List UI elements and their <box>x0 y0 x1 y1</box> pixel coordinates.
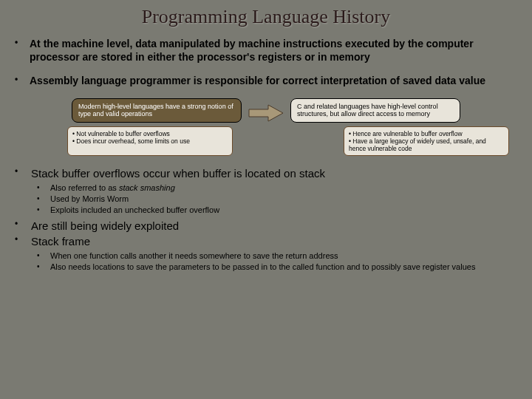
sub-list: • When one function calls another it nee… <box>15 250 517 273</box>
bullet-dot: • <box>15 234 31 249</box>
bullet-text: At the machine level, data manipulated b… <box>30 37 517 64</box>
bullet-dot: • <box>15 219 31 233</box>
sub-item: • Exploits included an unchecked buffer … <box>37 205 517 215</box>
sub-text: When one function calls another it needs… <box>50 250 338 261</box>
bullet-dot: • <box>37 262 50 272</box>
sub-point: Hence are vulnerable to buffer overflow <box>352 130 462 137</box>
sub-box-row: • Not vulnerable to buffer overflows • D… <box>15 126 517 157</box>
sub-box-left: • Not vulnerable to buffer overflows • D… <box>67 126 233 157</box>
bullet-text: Stack frame <box>31 234 90 249</box>
bullet-dot: • <box>15 166 31 181</box>
sub-text: Used by Morris Worm <box>50 194 129 204</box>
sub-text: Also needs locations to save the paramet… <box>50 262 475 272</box>
diagram-row: Modern high-level languages have a stron… <box>15 98 517 123</box>
sub-point: Have a large legacy of widely used, unsa… <box>349 137 486 152</box>
bullet-dot: • <box>37 194 50 204</box>
sub-point: Does incur overhead, some limits on use <box>76 137 190 145</box>
svg-marker-0 <box>249 105 283 121</box>
bullet-dot: • <box>37 205 50 215</box>
bullet-item: • Stack frame <box>15 234 517 249</box>
sub-list: • Also referred to as stack smashing • U… <box>15 183 517 216</box>
bullet-text: Are still being widely exploited <box>31 219 179 233</box>
bullet-dot: • <box>37 250 50 261</box>
sub-text: Exploits included an unchecked buffer ov… <box>50 205 219 215</box>
bottom-bullet-list: • Are still being widely exploited • Sta… <box>15 219 517 249</box>
bullet-dot: • <box>37 183 50 193</box>
sub-item: • Used by Morris Worm <box>37 194 517 204</box>
sub-point: Not vulnerable to buffer overflows <box>76 130 169 137</box>
sub-text: Also referred to as stack smashing <box>50 183 175 193</box>
box-modern-languages: Modern high-level languages have a stron… <box>72 98 242 123</box>
bullet-text: Stack buffer overflows occur when buffer… <box>31 166 325 181</box>
bullet-item: • Assembly language programmer is respon… <box>15 74 517 87</box>
slide-title: Programming Language History <box>15 6 517 28</box>
slide: Programming Language History • At the ma… <box>0 0 532 282</box>
sub-box-right: • Hence are vulnerable to buffer overflo… <box>344 126 509 157</box>
bullet-text: Assembly language programmer is responsi… <box>30 74 485 87</box>
sub-item: • Also referred to as stack smashing <box>37 183 517 193</box>
box-c-languages: C and related languages have high-level … <box>290 98 460 123</box>
top-bullet-list: • At the machine level, data manipulated… <box>15 37 517 88</box>
sub-item: • When one function calls another it nee… <box>37 250 517 261</box>
bullet-dot: • <box>15 74 30 87</box>
bullet-dot: • <box>15 37 30 64</box>
bullet-item: • Are still being widely exploited <box>15 219 517 233</box>
bullet-item: • At the machine level, data manipulated… <box>15 37 517 64</box>
arrow-right-icon <box>248 103 284 123</box>
sub-item: • Also needs locations to save the param… <box>37 262 517 272</box>
bottom-bullet-list: • Stack buffer overflows occur when buff… <box>15 166 517 181</box>
bullet-item: • Stack buffer overflows occur when buff… <box>15 166 517 181</box>
